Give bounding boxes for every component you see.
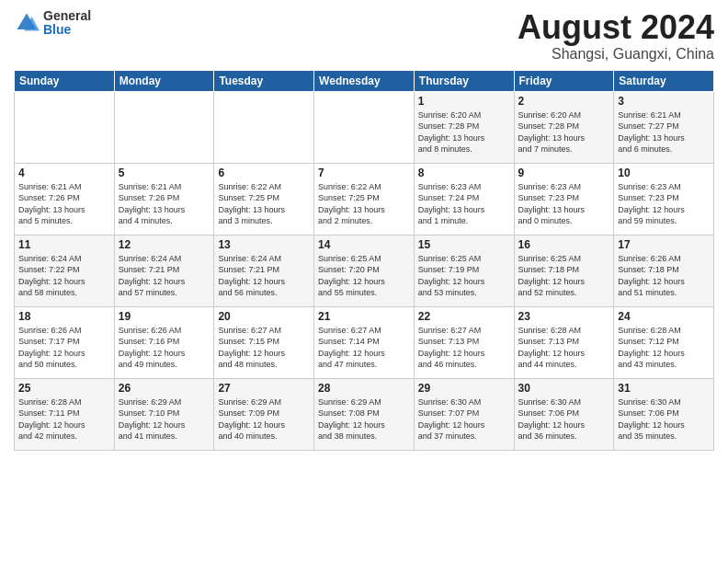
calendar-cell: 8Sunrise: 6:23 AM Sunset: 7:24 PM Daylig… xyxy=(414,163,514,235)
calendar-cell: 6Sunrise: 6:22 AM Sunset: 7:25 PM Daylig… xyxy=(214,163,314,235)
title-block: August 2024 Shangsi, Guangxi, China xyxy=(518,9,714,63)
day-number: 13 xyxy=(218,238,310,251)
day-number: 7 xyxy=(318,167,410,179)
calendar-cell: 29Sunrise: 6:30 AM Sunset: 7:07 PM Dayli… xyxy=(414,378,514,450)
day-number: 10 xyxy=(618,167,710,179)
day-info: Sunrise: 6:28 AM Sunset: 7:13 PM Dayligh… xyxy=(518,325,610,371)
day-info: Sunrise: 6:27 AM Sunset: 7:15 PM Dayligh… xyxy=(218,325,310,371)
day-number: 19 xyxy=(119,310,210,323)
calendar-cell: 7Sunrise: 6:22 AM Sunset: 7:25 PM Daylig… xyxy=(314,163,415,235)
day-info: Sunrise: 6:29 AM Sunset: 7:08 PM Dayligh… xyxy=(318,396,410,442)
logo: General Blue xyxy=(14,9,91,38)
logo-text: General Blue xyxy=(43,9,91,38)
day-info: Sunrise: 6:22 AM Sunset: 7:25 PM Dayligh… xyxy=(218,181,310,227)
day-number: 17 xyxy=(618,238,710,251)
weekday-header-monday: Monday xyxy=(114,70,214,91)
day-number: 6 xyxy=(218,167,310,179)
calendar-week-1: 1Sunrise: 6:20 AM Sunset: 7:28 PM Daylig… xyxy=(15,91,714,163)
calendar-cell: 23Sunrise: 6:28 AM Sunset: 7:13 PM Dayli… xyxy=(514,306,614,378)
calendar-cell: 4Sunrise: 6:21 AM Sunset: 7:26 PM Daylig… xyxy=(15,163,115,235)
day-info: Sunrise: 6:20 AM Sunset: 7:28 PM Dayligh… xyxy=(518,109,610,155)
day-number: 31 xyxy=(618,382,710,395)
day-number: 26 xyxy=(119,382,210,395)
calendar-cell: 2Sunrise: 6:20 AM Sunset: 7:28 PM Daylig… xyxy=(514,91,614,163)
day-number: 9 xyxy=(518,167,610,179)
calendar-cell xyxy=(114,91,214,163)
day-info: Sunrise: 6:30 AM Sunset: 7:06 PM Dayligh… xyxy=(618,396,710,442)
weekday-header-friday: Friday xyxy=(514,70,614,91)
day-info: Sunrise: 6:25 AM Sunset: 7:18 PM Dayligh… xyxy=(518,253,610,299)
day-info: Sunrise: 6:26 AM Sunset: 7:18 PM Dayligh… xyxy=(618,253,710,299)
day-info: Sunrise: 6:27 AM Sunset: 7:14 PM Dayligh… xyxy=(318,325,410,371)
day-number: 2 xyxy=(518,95,610,108)
month-title: August 2024 xyxy=(518,9,714,46)
day-info: Sunrise: 6:25 AM Sunset: 7:19 PM Dayligh… xyxy=(418,253,510,299)
day-number: 11 xyxy=(18,238,110,251)
day-number: 18 xyxy=(18,310,110,323)
day-number: 24 xyxy=(618,310,710,323)
day-number: 23 xyxy=(518,310,610,323)
calendar-cell: 16Sunrise: 6:25 AM Sunset: 7:18 PM Dayli… xyxy=(514,235,614,306)
calendar-cell: 21Sunrise: 6:27 AM Sunset: 7:14 PM Dayli… xyxy=(314,306,415,378)
calendar-cell xyxy=(214,91,314,163)
day-number: 1 xyxy=(418,95,510,108)
day-number: 15 xyxy=(418,238,510,251)
day-number: 28 xyxy=(318,382,410,395)
day-info: Sunrise: 6:21 AM Sunset: 7:26 PM Dayligh… xyxy=(18,181,110,227)
calendar-cell: 26Sunrise: 6:29 AM Sunset: 7:10 PM Dayli… xyxy=(114,378,214,450)
calendar-cell: 18Sunrise: 6:26 AM Sunset: 7:17 PM Dayli… xyxy=(15,306,115,378)
calendar-cell: 17Sunrise: 6:26 AM Sunset: 7:18 PM Dayli… xyxy=(614,235,714,306)
day-number: 30 xyxy=(518,382,610,395)
calendar-week-3: 11Sunrise: 6:24 AM Sunset: 7:22 PM Dayli… xyxy=(15,235,714,306)
calendar-cell: 14Sunrise: 6:25 AM Sunset: 7:20 PM Dayli… xyxy=(314,235,415,306)
day-number: 14 xyxy=(318,238,410,251)
day-number: 4 xyxy=(18,167,110,179)
day-info: Sunrise: 6:26 AM Sunset: 7:17 PM Dayligh… xyxy=(18,325,110,371)
calendar-cell xyxy=(314,91,415,163)
logo-icon xyxy=(14,10,40,36)
day-info: Sunrise: 6:23 AM Sunset: 7:24 PM Dayligh… xyxy=(418,181,510,227)
calendar-cell: 11Sunrise: 6:24 AM Sunset: 7:22 PM Dayli… xyxy=(15,235,115,306)
day-number: 29 xyxy=(418,382,510,395)
day-number: 3 xyxy=(618,95,710,108)
day-number: 12 xyxy=(119,238,210,251)
calendar-cell: 30Sunrise: 6:30 AM Sunset: 7:06 PM Dayli… xyxy=(514,378,614,450)
calendar-week-5: 25Sunrise: 6:28 AM Sunset: 7:11 PM Dayli… xyxy=(15,378,714,450)
calendar-cell: 9Sunrise: 6:23 AM Sunset: 7:23 PM Daylig… xyxy=(514,163,614,235)
calendar-body: 1Sunrise: 6:20 AM Sunset: 7:28 PM Daylig… xyxy=(15,91,714,450)
day-number: 8 xyxy=(418,167,510,179)
weekday-header-thursday: Thursday xyxy=(414,70,514,91)
day-info: Sunrise: 6:29 AM Sunset: 7:10 PM Dayligh… xyxy=(119,396,210,442)
calendar-cell: 20Sunrise: 6:27 AM Sunset: 7:15 PM Dayli… xyxy=(214,306,314,378)
day-info: Sunrise: 6:21 AM Sunset: 7:26 PM Dayligh… xyxy=(119,181,210,227)
day-number: 20 xyxy=(218,310,310,323)
day-info: Sunrise: 6:21 AM Sunset: 7:27 PM Dayligh… xyxy=(618,109,710,155)
day-info: Sunrise: 6:28 AM Sunset: 7:12 PM Dayligh… xyxy=(618,325,710,371)
weekday-header-wednesday: Wednesday xyxy=(314,70,415,91)
day-info: Sunrise: 6:23 AM Sunset: 7:23 PM Dayligh… xyxy=(518,181,610,227)
day-info: Sunrise: 6:26 AM Sunset: 7:16 PM Dayligh… xyxy=(119,325,210,371)
calendar-cell xyxy=(15,91,115,163)
weekday-header-sunday: Sunday xyxy=(15,70,115,91)
day-info: Sunrise: 6:28 AM Sunset: 7:11 PM Dayligh… xyxy=(18,396,110,442)
calendar-cell: 31Sunrise: 6:30 AM Sunset: 7:06 PM Dayli… xyxy=(614,378,714,450)
calendar-header: SundayMondayTuesdayWednesdayThursdayFrid… xyxy=(15,70,714,91)
day-info: Sunrise: 6:29 AM Sunset: 7:09 PM Dayligh… xyxy=(218,396,310,442)
logo-general: General xyxy=(43,9,91,23)
calendar-cell: 28Sunrise: 6:29 AM Sunset: 7:08 PM Dayli… xyxy=(314,378,415,450)
calendar-cell: 19Sunrise: 6:26 AM Sunset: 7:16 PM Dayli… xyxy=(114,306,214,378)
day-info: Sunrise: 6:24 AM Sunset: 7:21 PM Dayligh… xyxy=(218,253,310,299)
day-number: 21 xyxy=(318,310,410,323)
page-container: General Blue August 2024 Shangsi, Guangx… xyxy=(0,0,728,455)
day-info: Sunrise: 6:30 AM Sunset: 7:06 PM Dayligh… xyxy=(518,396,610,442)
calendar-cell: 5Sunrise: 6:21 AM Sunset: 7:26 PM Daylig… xyxy=(114,163,214,235)
header: General Blue August 2024 Shangsi, Guangx… xyxy=(14,9,714,63)
day-info: Sunrise: 6:22 AM Sunset: 7:25 PM Dayligh… xyxy=(318,181,410,227)
calendar-cell: 24Sunrise: 6:28 AM Sunset: 7:12 PM Dayli… xyxy=(614,306,714,378)
location: Shangsi, Guangxi, China xyxy=(518,46,714,63)
calendar-week-2: 4Sunrise: 6:21 AM Sunset: 7:26 PM Daylig… xyxy=(15,163,714,235)
day-info: Sunrise: 6:23 AM Sunset: 7:23 PM Dayligh… xyxy=(618,181,710,227)
day-number: 5 xyxy=(119,167,210,179)
day-info: Sunrise: 6:24 AM Sunset: 7:21 PM Dayligh… xyxy=(119,253,210,299)
calendar-cell: 25Sunrise: 6:28 AM Sunset: 7:11 PM Dayli… xyxy=(15,378,115,450)
